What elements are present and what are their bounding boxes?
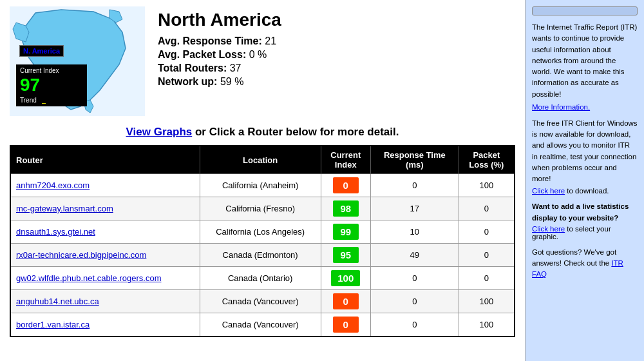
index-value: 97: [20, 75, 40, 95]
router-cell: border1.van.istar.ca: [10, 313, 200, 337]
location-cell: California (Anaheim): [200, 174, 321, 197]
location-cell: Canada (Ontario): [200, 267, 321, 290]
packet-cell: 100: [459, 290, 515, 313]
response-cell: 0: [370, 313, 459, 337]
response-time-header: Response Time(ms): [370, 146, 459, 174]
packet-cell: 0: [459, 220, 515, 244]
response-cell: 10: [370, 220, 459, 244]
sidebar-download-section: The free ITR Client for Windows is now a…: [532, 118, 638, 195]
index-badge: 98: [333, 200, 359, 217]
index-badge: 0: [333, 317, 359, 333]
table-row: anhm7204.exo.com California (Anaheim) 0 …: [10, 174, 515, 197]
packet-cell: 0: [459, 244, 515, 267]
index-cell: 100: [321, 267, 370, 290]
location-cell: Canada (Edmonton): [200, 244, 321, 267]
sidebar-faq-text: Got questions? We've got answers! Check …: [532, 247, 638, 280]
view-graphs-section: View Graphs or Click a Router below for …: [10, 126, 515, 139]
sidebar-text2: The free ITR Client for Windows is now a…: [532, 118, 638, 185]
view-graphs-link[interactable]: View Graphs: [126, 126, 193, 138]
index-cell: 0: [321, 290, 370, 313]
network-up-stat: Network up: 59 %: [158, 76, 281, 88]
packet-cell: 100: [459, 313, 515, 337]
table-row: dnsauth1.sys.gtei.net California (Los An…: [10, 220, 515, 244]
response-cell: 0: [370, 174, 459, 197]
router-link[interactable]: anguhub14.net.ubc.ca: [16, 297, 99, 306]
router-cell: rx0ar-technicare.ed.bigpipeinc.com: [10, 244, 200, 267]
sidebar-click-here2[interactable]: Click here: [532, 225, 565, 233]
index-badge: 0: [333, 177, 359, 193]
router-cell: gw02.wlfdle.phub.net.cable.rogers.com: [10, 267, 200, 290]
sidebar-graphic-link-line: Click here to select your graphic.: [532, 225, 638, 240]
router-link[interactable]: anhm7204.exo.com: [16, 180, 90, 190]
response-cell: 17: [370, 197, 459, 220]
response-cell: 0: [370, 267, 459, 290]
avg-packet-stat: Avg. Packet Loss: 0 %: [158, 49, 281, 61]
location-header: Location: [200, 146, 321, 174]
response-cell: 0: [370, 290, 459, 313]
table-row: anguhub14.net.ubc.ca Canada (Vancouver) …: [10, 290, 515, 313]
avg-response-stat: Avg. Response Time: 21: [158, 35, 281, 47]
router-link[interactable]: mc-gateway.lansmart.com: [16, 204, 113, 213]
location-cell: Canada (Vancouver): [200, 290, 321, 313]
packet-cell: 100: [459, 174, 515, 197]
sidebar-button[interactable]: [532, 6, 638, 15]
trend-label: Trend: [20, 97, 37, 104]
packet-cell: 0: [459, 267, 515, 290]
router-link[interactable]: gw02.wlfdle.phub.net.cable.rogers.com: [16, 273, 161, 283]
map-region-label: N. America: [23, 47, 60, 55]
index-cell: 0: [321, 313, 370, 337]
packet-cell: 0: [459, 197, 515, 220]
index-cell: 99: [321, 220, 370, 244]
router-link[interactable]: border1.van.istar.ca: [16, 320, 90, 329]
table-row: rx0ar-technicare.ed.bigpipeinc.com Canad…: [10, 244, 515, 267]
trend-icon: ⎯: [42, 97, 46, 104]
router-cell: anguhub14.net.ubc.ca: [10, 290, 200, 313]
index-badge: 0: [333, 293, 359, 309]
sidebar-info-section: The Internet Traffic Report (ITR) wants …: [532, 22, 638, 112]
table-row: mc-gateway.lansmart.com California (Fres…: [10, 197, 515, 220]
current-index-header: CurrentIndex: [321, 146, 370, 174]
response-cell: 49: [370, 244, 459, 267]
router-link[interactable]: rx0ar-technicare.ed.bigpipeinc.com: [16, 250, 146, 260]
router-table: Router Location CurrentIndex Response Ti…: [10, 145, 515, 337]
total-routers-stat: Total Routers: 37: [158, 63, 281, 74]
router-cell: dnsauth1.sys.gtei.net: [10, 220, 200, 244]
view-graphs-text: or Click a Router below for more detail.: [195, 126, 399, 138]
current-index-label: Current Index: [20, 67, 59, 75]
location-cell: California (Fresno): [200, 197, 321, 220]
sidebar-download-link-line: Click here to download.: [532, 187, 638, 195]
location-cell: Canada (Vancouver): [200, 313, 321, 337]
index-badge: 99: [333, 224, 359, 240]
region-title: North America: [158, 10, 281, 30]
sidebar: The Internet Traffic Report (ITR) wants …: [525, 0, 644, 361]
router-header: Router: [10, 146, 200, 174]
sidebar-text4: Want to add a live statistics display to…: [532, 201, 638, 224]
router-cell: anhm7204.exo.com: [10, 174, 200, 197]
index-badge: 95: [333, 247, 359, 263]
sidebar-click-here1[interactable]: Click here: [532, 187, 565, 195]
index-cell: 0: [321, 174, 370, 197]
table-row: gw02.wlfdle.phub.net.cable.rogers.com Ca…: [10, 267, 515, 290]
sidebar-graphic-section: Want to add a live statistics display to…: [532, 201, 638, 240]
index-cell: 98: [321, 197, 370, 220]
router-link[interactable]: dnsauth1.sys.gtei.net: [16, 227, 95, 237]
sidebar-more-info-link[interactable]: More Information.: [532, 103, 590, 111]
table-row: border1.van.istar.ca Canada (Vancouver) …: [10, 313, 515, 337]
location-cell: California (Los Angeles): [200, 220, 321, 244]
index-badge: 100: [331, 270, 360, 286]
packet-loss-header: PacketLoss (%): [459, 146, 515, 174]
router-cell: mc-gateway.lansmart.com: [10, 197, 200, 220]
sidebar-faq-section: Got questions? We've got answers! Check …: [532, 247, 638, 280]
sidebar-text1: The Internet Traffic Report (ITR) wants …: [532, 22, 638, 100]
index-cell: 95: [321, 244, 370, 267]
